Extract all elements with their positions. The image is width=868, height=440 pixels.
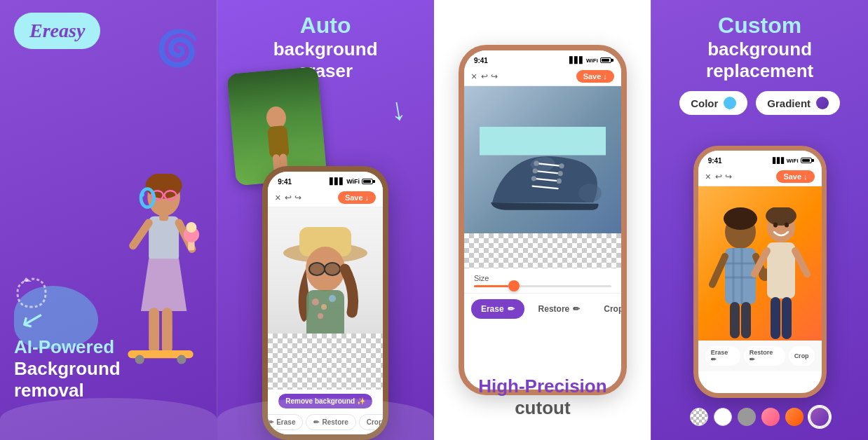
checker-shoe — [464, 233, 621, 268]
slider-fill — [474, 285, 508, 287]
svg-rect-57 — [741, 302, 751, 338]
panel4-highlight: Custom — [718, 13, 801, 38]
time-p3: 9:41 — [474, 57, 488, 64]
wave-bottom — [0, 398, 217, 440]
time-p2: 9:41 — [278, 178, 292, 186]
undo-redo-p4: ↩ ↪ — [715, 172, 732, 181]
swatch-transparent[interactable] — [690, 408, 708, 426]
save-button-p2[interactable]: Save ↓ — [338, 191, 376, 204]
panel-ai-powered: Ereasy 🌀 — [0, 0, 217, 440]
crop-tool-p4[interactable]: Crop — [789, 346, 815, 366]
crop-label-p3: Crop — [604, 304, 623, 314]
erase-tool-p4[interactable]: Erase ✏ — [705, 346, 740, 366]
restore-tool-p4[interactable]: Restore ✏ — [744, 346, 785, 366]
panel1-normal: Background removal — [14, 358, 121, 401]
crop-label-p4: Crop — [794, 352, 809, 359]
panel-high-precision: 9:41 ▋▋▋ WiFi × ↩ ↪ Save ↓ — [434, 0, 651, 440]
arrow-decoration-p2: ↓ — [387, 90, 409, 128]
svg-rect-21 — [267, 125, 290, 158]
phone-toolbar-p3: × ↩ ↪ Save ↓ — [464, 67, 621, 86]
svg-rect-48 — [725, 248, 756, 304]
panel4-sub: background replacement — [651, 39, 868, 82]
undo-icon-p3: ↩ — [481, 71, 488, 81]
svg-point-15 — [177, 355, 186, 364]
phone-bottom-p4: Erase ✏ Restore ✏ Crop — [698, 341, 822, 371]
erase-active-button[interactable]: Erase ✏ — [471, 299, 524, 319]
svg-point-39 — [559, 163, 564, 168]
wave-bottom-p2 — [217, 398, 434, 440]
svg-marker-19 — [23, 277, 32, 282]
swatch-pink-red[interactable] — [761, 408, 780, 426]
woman-with-hat-svg — [268, 207, 383, 348]
save-button-p4[interactable]: Save ↓ — [776, 170, 814, 183]
gradient-bg-content — [698, 186, 822, 341]
top-text-panel4: Custom background replacement — [651, 13, 868, 82]
svg-rect-66 — [782, 297, 792, 339]
svg-point-28 — [325, 263, 340, 275]
panel-auto-eraser: Auto background eraser ↓ 9:41 ▋▋▋ WiFi — [217, 0, 434, 440]
svg-rect-5 — [149, 216, 179, 262]
svg-point-14 — [135, 355, 144, 364]
svg-line-53 — [712, 256, 725, 284]
logo-text: Ereasy — [29, 20, 85, 41]
svg-line-9 — [133, 223, 149, 246]
status-icons-p3: ▋▋▋ WiFi — [569, 57, 611, 64]
slider-thumb[interactable] — [508, 280, 520, 291]
restore-pencil-icon: ✏ — [573, 304, 580, 314]
swatch-purple-selected[interactable] — [809, 406, 830, 427]
time-p4: 9:41 — [708, 157, 722, 165]
swatches-row — [651, 406, 868, 427]
phone-outer-p3: 9:41 ▋▋▋ WiFi × ↩ ↪ Save ↓ — [459, 45, 627, 395]
save-button-p3[interactable]: Save ↓ — [576, 70, 614, 83]
color-label: Color — [691, 97, 718, 109]
phone-wrapper-p3: 9:41 ▋▋▋ WiFi × ↩ ↪ Save ↓ — [435, 0, 651, 440]
svg-point-30 — [312, 298, 319, 305]
close-icon-p3: × — [471, 71, 477, 82]
shoe-photo-area — [464, 86, 621, 268]
svg-point-31 — [321, 304, 327, 310]
svg-point-41 — [557, 171, 562, 176]
undo-icon-p4: ↩ — [715, 172, 722, 181]
status-bar-p3: 9:41 ▋▋▋ WiFi — [464, 50, 621, 67]
gradient-label: Gradient — [767, 97, 811, 109]
undo-redo-p3: ↩ ↪ — [481, 71, 498, 81]
panel2-highlight: Auto — [217, 13, 434, 39]
close-icon-p4: × — [705, 171, 711, 182]
swatch-white[interactable] — [714, 408, 732, 426]
phone-toolbar-p2: × ↩ ↪ Save ↓ — [268, 188, 383, 207]
svg-rect-8 — [159, 213, 168, 221]
svg-point-33 — [318, 313, 323, 319]
swirl-left — [11, 272, 53, 314]
svg-point-27 — [309, 263, 325, 275]
redo-icon-p4: ↪ — [725, 172, 732, 181]
undo-icon: ↩ — [285, 193, 292, 202]
redo-icon-p3: ↪ — [491, 71, 498, 81]
slider-track[interactable] — [474, 285, 611, 287]
status-bar-p2: 9:41 ▋▋▋ WiFi — [268, 172, 383, 188]
svg-point-32 — [329, 295, 336, 302]
crop-button-p3[interactable]: Crop — [594, 299, 627, 319]
panel-custom-background: Custom background replacement Color Grad… — [651, 0, 868, 440]
tool-bar-p3: Erase ✏ Restore ✏ Crop — [464, 293, 621, 324]
size-label: Size — [474, 274, 611, 282]
restore-label-p4: Restore ✏ — [750, 349, 780, 363]
redo-icon: ↪ — [294, 193, 301, 202]
swatch-orange[interactable] — [785, 408, 803, 426]
gradient-button[interactable]: Gradient — [756, 91, 840, 115]
logo-bubble: Ereasy — [14, 13, 100, 49]
swatch-gray[interactable] — [738, 408, 756, 426]
svg-rect-11 — [149, 308, 159, 353]
erase-label-p4: Erase ✏ — [711, 349, 735, 363]
erase-pencil-icon: ✏ — [508, 304, 515, 314]
svg-point-63 — [773, 223, 778, 228]
erase-label-p3: Erase — [481, 304, 504, 314]
size-slider-area: Size — [464, 268, 621, 293]
color-button[interactable]: Color — [679, 91, 747, 115]
restore-button-p3[interactable]: Restore ✏ — [529, 299, 590, 319]
svg-rect-65 — [771, 297, 780, 339]
color-dot — [724, 97, 736, 109]
photo-area-p2 — [268, 207, 383, 390]
svg-point-18 — [186, 222, 196, 233]
woman-figure — [111, 174, 210, 370]
svg-rect-60 — [767, 242, 795, 298]
